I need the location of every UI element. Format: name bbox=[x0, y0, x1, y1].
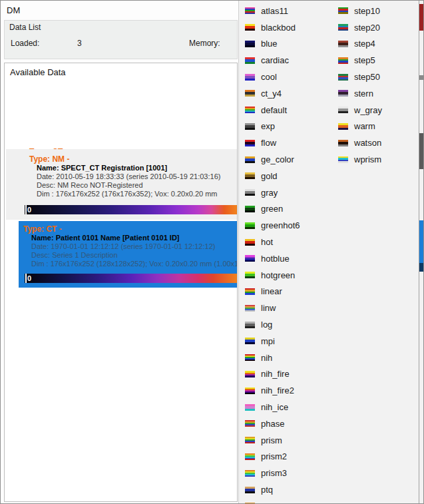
colormap-menu-item[interactable]: hot bbox=[243, 234, 333, 250]
colormap-menu-item[interactable]: blackbod bbox=[243, 19, 333, 36]
colormap-menu-item[interactable]: nih_fire2 bbox=[243, 382, 333, 399]
colormap-name: linear bbox=[261, 286, 282, 296]
colormap-name: watson bbox=[354, 138, 381, 148]
colormap-menu-item[interactable]: nih bbox=[243, 350, 333, 366]
colormap-swatch-icon bbox=[245, 420, 255, 427]
colormap-name: phase bbox=[261, 419, 284, 429]
colormap-swatch-icon bbox=[245, 437, 255, 443]
colormap-menu-item[interactable]: watson bbox=[336, 134, 417, 151]
dm-window: DM Data List Loaded: 3 Memory: Available… bbox=[0, 0, 424, 504]
edge-fragment-selection bbox=[419, 220, 424, 263]
colormap-menu-item[interactable]: phase bbox=[243, 415, 333, 432]
colormap-swatch-icon bbox=[338, 156, 348, 163]
colormap-swatch-icon bbox=[245, 7, 255, 14]
colormap-name: blackbod bbox=[261, 23, 296, 33]
entry-name: Name: Patient 0101 Name [Patient 0101 ID… bbox=[31, 234, 180, 242]
colormap-menu-item[interactable]: step5 bbox=[336, 52, 417, 69]
colormap-menu-item[interactable]: nih_fire bbox=[243, 366, 333, 383]
colormap-menu-item[interactable]: wprism bbox=[336, 151, 417, 168]
colormap-name: flow bbox=[261, 138, 276, 148]
colormap-menu-item[interactable]: blue bbox=[243, 36, 333, 53]
colormap-menu-column-1: atlas11 blackbod blue cardiac bbox=[243, 3, 333, 504]
entry-type: Type: NM - bbox=[29, 154, 69, 164]
colormap-swatch-icon bbox=[245, 24, 255, 31]
data-entry-nm[interactable]: Type: NM - Name: SPECT_CT Registration [… bbox=[6, 149, 238, 220]
colorbar-hot: 0 bbox=[25, 205, 238, 214]
colormap-name: linw bbox=[261, 303, 276, 313]
colormap-swatch-icon bbox=[245, 107, 255, 113]
colorbar-cursor bbox=[25, 274, 27, 283]
colormap-menu-item[interactable]: step4 bbox=[336, 36, 417, 53]
colormap-menu-item[interactable]: step10 bbox=[336, 3, 417, 19]
colormap-menu-item[interactable]: mpi bbox=[243, 333, 333, 350]
colormap-menu: atlas11 blackbod blue cardiac bbox=[238, 1, 419, 504]
available-data-panel: Available Data Type: CT - Name: SPECT_CT… bbox=[4, 63, 238, 502]
colormap-menu-item[interactable]: hotgreen bbox=[243, 267, 333, 284]
colormap-menu-item[interactable]: gray bbox=[243, 184, 333, 201]
colormap-menu-item[interactable]: cardiac bbox=[243, 52, 333, 69]
colormap-menu-item[interactable]: nih_ice bbox=[243, 399, 333, 415]
colormap-menu-item[interactable]: atlas11 bbox=[243, 3, 333, 19]
colormap-swatch-icon bbox=[338, 90, 348, 97]
colormap-swatch-icon bbox=[245, 387, 255, 394]
colormap-menu-item[interactable]: green bbox=[243, 201, 333, 218]
loaded-label: Loaded: bbox=[11, 39, 39, 48]
colormap-name: hot bbox=[261, 237, 273, 247]
colormap-menu-item[interactable]: greenhot6 bbox=[243, 217, 333, 234]
colormap-menu-item[interactable]: gold bbox=[243, 168, 333, 184]
colormap-name: atlas11 bbox=[261, 6, 288, 16]
colormap-name: prism bbox=[261, 435, 282, 445]
colormap-name: step10 bbox=[354, 6, 380, 16]
colormap-menu-item[interactable]: prism2 bbox=[243, 449, 333, 465]
colormap-swatch-icon bbox=[245, 172, 255, 179]
entry-date: Date: 2010-05-19 18:33:33 (series 2010-0… bbox=[37, 172, 220, 180]
colormap-swatch-icon bbox=[245, 222, 255, 229]
colormap-menu-item[interactable]: ct_y4 bbox=[243, 85, 333, 102]
colormap-swatch-icon bbox=[245, 371, 255, 378]
colormap-menu-item[interactable]: exp bbox=[243, 119, 333, 135]
colormap-name: ptq bbox=[261, 485, 273, 495]
colormap-swatch-icon bbox=[245, 487, 255, 493]
colormap-menu-item[interactable]: ratio2black bbox=[243, 498, 333, 504]
colormap-name: prism3 bbox=[261, 468, 287, 478]
colormap-swatch-icon bbox=[245, 123, 255, 130]
colormap-name: stern bbox=[354, 89, 373, 99]
colormap-name: mpi bbox=[261, 336, 275, 346]
colormap-menu-item[interactable]: ptq bbox=[243, 481, 333, 498]
colormap-menu-item[interactable]: default bbox=[243, 102, 333, 119]
colormap-name: gold bbox=[261, 171, 278, 181]
colormap-menu-item[interactable]: linear bbox=[243, 284, 333, 300]
colormap-swatch-icon bbox=[338, 7, 348, 14]
colormap-menu-item[interactable]: step50 bbox=[336, 69, 417, 85]
data-list-label: Data List bbox=[9, 23, 41, 32]
colormap-menu-item[interactable]: prism3 bbox=[243, 465, 333, 481]
colormap-menu-item[interactable]: w_gray bbox=[336, 102, 417, 119]
data-entry-ct-selected[interactable]: Type: CT - Name: Patient 0101 Name [Pati… bbox=[19, 221, 238, 288]
colormap-menu-item[interactable]: linw bbox=[243, 300, 333, 316]
entry-date: Date: 1970-01-01 12:12:12 (series 1970-0… bbox=[31, 242, 215, 250]
memory-label: Memory: bbox=[189, 39, 220, 48]
colormap-swatch-icon bbox=[245, 255, 255, 262]
entry-desc: Desc: NM Reco NOT-Registered bbox=[37, 181, 143, 189]
colormap-swatch-icon bbox=[338, 57, 348, 64]
colormap-name: ratio2black bbox=[261, 501, 303, 504]
colormap-menu-item[interactable]: cool bbox=[243, 69, 333, 85]
entry-desc: Desc: Series 1 Description bbox=[31, 251, 118, 259]
colormap-name: log bbox=[261, 320, 272, 330]
colormap-name: green bbox=[261, 204, 283, 214]
colormap-name: nih_fire2 bbox=[261, 385, 294, 395]
colormap-swatch-icon bbox=[245, 57, 255, 64]
colormap-menu-item[interactable]: stern bbox=[336, 85, 417, 102]
colormap-menu-item[interactable]: ge_color bbox=[243, 151, 333, 168]
colormap-swatch-icon bbox=[245, 239, 255, 246]
colormap-menu-item[interactable]: step20 bbox=[336, 19, 417, 36]
edge-fragment-tick bbox=[419, 75, 424, 80]
colormap-menu-item[interactable]: log bbox=[243, 316, 333, 333]
colormap-menu-item[interactable]: hotblue bbox=[243, 250, 333, 267]
colormap-name: ge_color bbox=[261, 154, 294, 164]
colormap-menu-item[interactable]: prism bbox=[243, 432, 333, 449]
edge-fragment-colorbar bbox=[419, 263, 424, 272]
colormap-swatch-icon bbox=[338, 140, 348, 146]
colormap-menu-item[interactable]: flow bbox=[243, 134, 333, 151]
colormap-menu-item[interactable]: warm bbox=[336, 119, 417, 135]
